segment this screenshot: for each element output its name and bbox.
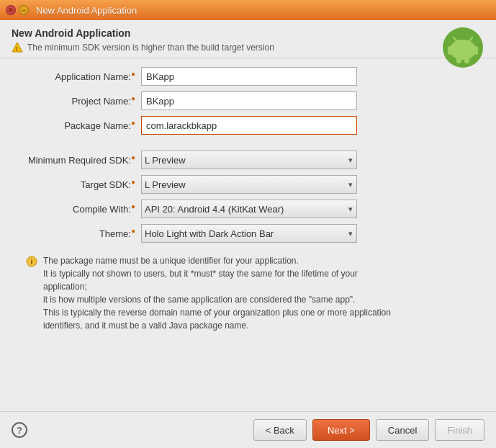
package-name-input[interactable] bbox=[141, 116, 357, 135]
app-name-input[interactable] bbox=[141, 67, 357, 86]
required-dot-7: ● bbox=[131, 227, 135, 235]
app-name-label: Application Name:● bbox=[26, 70, 141, 82]
target-sdk-select[interactable]: L Preview API 19: Android 4.4 (KitKat) bbox=[141, 175, 357, 194]
warning-row: ! The minimum SDK version is higher than… bbox=[12, 42, 484, 53]
svg-text:!: ! bbox=[16, 45, 18, 53]
required-dot-4: ● bbox=[131, 153, 135, 161]
svg-text:i: i bbox=[31, 258, 33, 266]
close-button[interactable]: ✕ bbox=[6, 5, 16, 15]
info-section: i The package name must be a unique iden… bbox=[26, 254, 400, 332]
required-dot-2: ● bbox=[131, 94, 135, 102]
footer-right: < Back Next > Cancel Finish bbox=[253, 419, 484, 441]
dialog: New Android Application ! The minimum SD… bbox=[0, 20, 496, 448]
title-bar-title: New Android Application bbox=[36, 5, 137, 16]
required-dot-6: ● bbox=[131, 202, 135, 210]
min-sdk-wrapper: L Preview API 19: Android 4.4 (KitKat) A… bbox=[141, 151, 357, 169]
package-name-label: Package Name:● bbox=[26, 119, 141, 131]
compile-with-wrapper: API 20: Android 4.4 (KitKat Wear) API 19… bbox=[141, 200, 357, 218]
title-bar: ✕ – New Android Application bbox=[0, 0, 496, 20]
title-bar-buttons: ✕ – bbox=[6, 5, 29, 15]
minimize-button[interactable]: – bbox=[19, 5, 29, 15]
theme-label: Theme:● bbox=[26, 227, 141, 239]
dialog-title: New Android Application bbox=[12, 27, 484, 39]
warning-icon: ! bbox=[12, 42, 23, 53]
compile-with-label: Compile With:● bbox=[26, 202, 141, 215]
project-name-label: Project Name:● bbox=[26, 94, 141, 107]
min-sdk-label: Minimum Required SDK:● bbox=[26, 153, 141, 166]
compile-with-select[interactable]: API 20: Android 4.4 (KitKat Wear) API 19… bbox=[141, 200, 357, 218]
info-text: The package name must be a unique identi… bbox=[43, 254, 400, 332]
theme-wrapper: Holo Light with Dark Action Bar Holo Dar… bbox=[141, 224, 357, 243]
dialog-header: New Android Application ! The minimum SD… bbox=[0, 20, 496, 58]
required-dot-5: ● bbox=[131, 178, 135, 186]
svg-rect-8 bbox=[473, 46, 478, 55]
cancel-button[interactable]: Cancel bbox=[376, 419, 429, 441]
target-sdk-label: Target SDK:● bbox=[26, 178, 141, 190]
dialog-footer: ? < Back Next > Cancel Finish bbox=[0, 411, 496, 448]
required-dot: ● bbox=[131, 70, 135, 78]
min-sdk-select[interactable]: L Preview API 19: Android 4.4 (KitKat) A… bbox=[141, 151, 357, 169]
theme-select[interactable]: Holo Light with Dark Action Bar Holo Dar… bbox=[141, 224, 357, 243]
project-name-input[interactable] bbox=[141, 91, 357, 110]
next-button[interactable]: Next > bbox=[312, 419, 370, 441]
form-grid: Application Name:● Project Name:● Packag… bbox=[26, 67, 400, 243]
info-icon: i bbox=[26, 256, 37, 332]
svg-point-12 bbox=[453, 41, 473, 48]
back-button[interactable]: < Back bbox=[253, 419, 307, 441]
warning-text: The minimum SDK version is higher than t… bbox=[27, 42, 274, 53]
required-dot-3: ● bbox=[131, 119, 135, 127]
finish-button[interactable]: Finish bbox=[435, 419, 484, 441]
target-sdk-wrapper: L Preview API 19: Android 4.4 (KitKat) bbox=[141, 175, 357, 194]
dialog-body: Application Name:● Project Name:● Packag… bbox=[0, 58, 496, 411]
help-button[interactable]: ? bbox=[12, 422, 27, 438]
svg-rect-7 bbox=[448, 46, 453, 55]
footer-left: ? bbox=[12, 422, 27, 438]
